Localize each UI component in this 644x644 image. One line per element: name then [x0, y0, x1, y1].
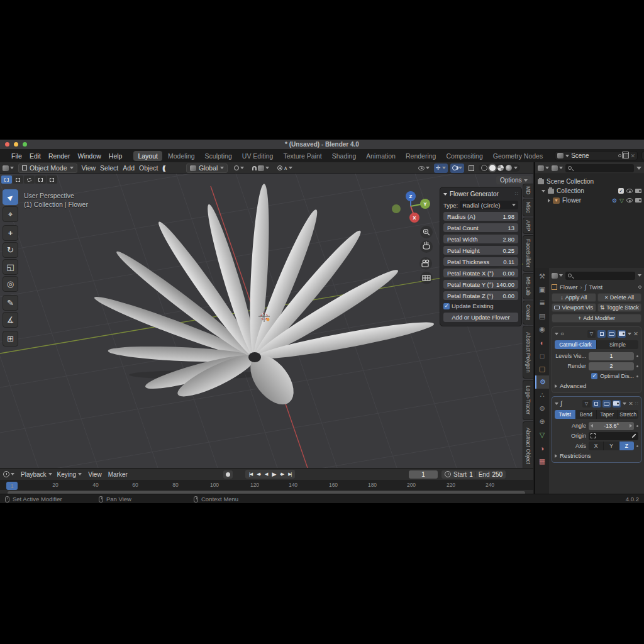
menu-select[interactable]: Select: [100, 164, 118, 172]
viewport-3d[interactable]: Z Y X User Perspective (1) Collection | …: [0, 174, 533, 468]
breadcrumb-modifier[interactable]: Twist: [589, 284, 636, 291]
orthographic-toggle-button[interactable]: [420, 272, 433, 284]
menu-keying[interactable]: Keying: [57, 471, 82, 478]
new-scene-icon[interactable]: [623, 153, 629, 158]
properties-search[interactable]: [565, 272, 635, 280]
select-tool-button[interactable]: ►: [3, 189, 18, 205]
hide-eye-icon[interactable]: [626, 198, 633, 203]
zoom-button[interactable]: [420, 226, 433, 238]
pan-button[interactable]: [420, 240, 433, 253]
petal-thickness-field[interactable]: Petal Thickness0.11: [443, 257, 518, 266]
properties-editor-type[interactable]: [552, 273, 563, 279]
gizmos-toggle[interactable]: ✛: [434, 164, 448, 173]
animate-dot-icon[interactable]: [636, 425, 638, 427]
tab-collection[interactable]: □: [535, 349, 549, 362]
select-tweak-button[interactable]: [1, 175, 12, 184]
filter-funnel-icon[interactable]: [636, 167, 641, 170]
view-layer-selector[interactable]: ViewLayer ✕: [641, 151, 644, 160]
tab-rendering[interactable]: Rendering: [401, 151, 440, 161]
play-button[interactable]: ▶: [270, 471, 277, 477]
tab-arp[interactable]: ARP: [523, 218, 533, 234]
proportional-editing-toggle[interactable]: ∧: [275, 164, 294, 173]
pin-icon[interactable]: [618, 154, 621, 157]
close-modifier-icon[interactable]: ✕: [633, 330, 638, 337]
petal-count-field[interactable]: Petal Count13: [443, 223, 518, 232]
pivot-point-dropdown[interactable]: [232, 164, 246, 173]
render-levels-field[interactable]: 2: [589, 362, 634, 370]
tab-animation[interactable]: Animation: [362, 151, 400, 161]
tab-texture[interactable]: ▦: [535, 455, 549, 468]
measure-tool-button[interactable]: ∡: [3, 312, 18, 328]
disclosure-open-icon[interactable]: [541, 190, 545, 192]
start-frame-field[interactable]: 1: [469, 471, 473, 478]
tab-mb-lab[interactable]: MB-Lab: [523, 273, 533, 299]
breadcrumb-object[interactable]: Flower: [560, 284, 578, 291]
exclude-checkbox[interactable]: ✓: [618, 188, 624, 194]
tab-modifiers[interactable]: ⚙: [535, 375, 549, 389]
advanced-section[interactable]: Advanced: [555, 381, 638, 391]
tab-physics[interactable]: ⊚: [535, 402, 549, 415]
stopwatch-icon[interactable]: [445, 471, 451, 477]
object-visibility-dropdown[interactable]: [416, 164, 431, 173]
tab-render[interactable]: ▣: [535, 283, 549, 296]
move-tool-button[interactable]: +: [3, 225, 18, 241]
tab-compositing[interactable]: Compositing: [441, 151, 487, 161]
toggle-stack-button[interactable]: ⇅Toggle Stack: [597, 303, 642, 312]
close-modifier-icon[interactable]: ✕: [628, 400, 633, 407]
previous-keyframe-button[interactable]: ◀•: [255, 472, 262, 477]
extras-chevron-icon[interactable]: [628, 333, 631, 335]
optimal-display-checkbox[interactable]: ✓: [591, 373, 597, 379]
disclosure-closed-icon[interactable]: [548, 199, 550, 203]
type-dropdown[interactable]: Radial (Circle): [460, 201, 518, 209]
levels-viewport-field[interactable]: 1: [589, 352, 634, 360]
scene-name[interactable]: Scene: [571, 152, 616, 159]
wireframe-shading-button[interactable]: [481, 165, 487, 171]
tab-sculpting[interactable]: Sculpting: [201, 151, 236, 161]
tab-uv-editing[interactable]: UV Editing: [238, 151, 278, 161]
select-extend-button[interactable]: [47, 175, 57, 184]
tab-tool[interactable]: ⚒: [535, 270, 549, 283]
tab-layout[interactable]: Layout: [133, 151, 162, 161]
realtime-toggle[interactable]: [608, 330, 616, 338]
catmull-clark-button[interactable]: Catmull-Clark: [555, 340, 597, 349]
rotate-tool-button[interactable]: ↻: [3, 242, 18, 258]
outliner-search[interactable]: [565, 164, 634, 172]
tab-material[interactable]: ◑: [535, 441, 549, 455]
outliner-filter-mode[interactable]: [552, 165, 563, 171]
outliner-row-collection[interactable]: Collection ✓: [535, 186, 644, 196]
tab-create[interactable]: Create: [523, 301, 533, 325]
end-frame-field[interactable]: 250: [492, 471, 502, 478]
tab-modeling[interactable]: Modeling: [164, 151, 199, 161]
add-cube-tool-button[interactable]: ⊞: [3, 331, 18, 347]
timeline-editor-type[interactable]: [3, 471, 14, 477]
stretch-mode-button[interactable]: Stretch: [618, 410, 639, 419]
tab-particles[interactable]: ∴: [535, 389, 549, 402]
restrictions-section[interactable]: Restrictions: [555, 451, 638, 460]
xray-toggle[interactable]: [467, 164, 476, 173]
menu-view[interactable]: View: [88, 471, 102, 478]
camera-view-button[interactable]: [419, 257, 432, 270]
show-on-cage-toggle[interactable]: ▽: [587, 330, 596, 338]
apply-all-button[interactable]: ↓Apply All: [552, 293, 596, 302]
menu-help[interactable]: Help: [109, 152, 123, 160]
tab-constraints[interactable]: ⊕: [535, 415, 549, 428]
select-box-button[interactable]: [13, 175, 23, 184]
petal-height-field[interactable]: Petal Height0.25: [443, 246, 518, 255]
properties-search-input[interactable]: [574, 272, 633, 279]
flower-mesh[interactable]: [92, 183, 435, 412]
tab-abstract-object[interactable]: Abstract Object: [523, 421, 533, 468]
auto-keying-button[interactable]: [223, 470, 233, 479]
show-on-cage-toggle[interactable]: ▽: [582, 400, 591, 408]
outliner-display-mode[interactable]: [538, 165, 549, 171]
animate-dot-icon[interactable]: [636, 445, 638, 447]
annotate-tool-button[interactable]: ✎: [3, 295, 18, 311]
render-toggle[interactable]: [613, 400, 621, 408]
tab-logo-tracer[interactable]: Logo-Tracer: [523, 380, 533, 420]
render-visibility-icon[interactable]: [635, 198, 641, 203]
tab-texture-paint[interactable]: Texture Paint: [279, 151, 326, 161]
scene-selector[interactable]: Scene ✕: [555, 151, 638, 160]
pin-icon[interactable]: [638, 286, 641, 289]
axis-neg-ball[interactable]: [392, 204, 401, 213]
drag-dots-icon[interactable]: ∷: [635, 401, 638, 406]
menu-marker[interactable]: Marker: [108, 471, 128, 478]
